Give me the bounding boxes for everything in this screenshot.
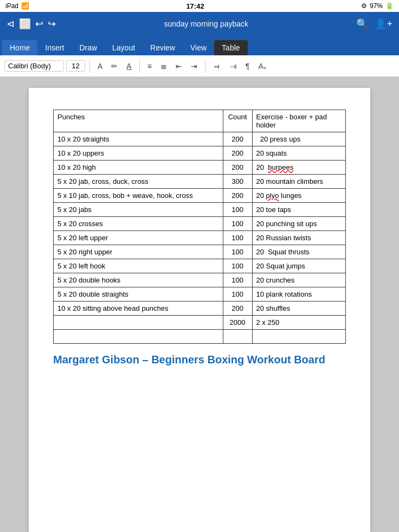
cell-count: 100 [223, 203, 252, 217]
cell-exercise: 20 plyo lunges [252, 189, 345, 203]
table-row: 10 x 20 high 200 20 burpees [54, 161, 346, 175]
tab-draw[interactable]: Draw [72, 40, 105, 55]
table-row-empty [54, 330, 346, 344]
cell-count: 200 [223, 132, 252, 146]
highlight-btn[interactable]: ✏ [108, 60, 121, 73]
cell-punches: 10 x 20 uppers [54, 146, 223, 161]
font-color-btn[interactable]: A [94, 60, 106, 73]
header-punches: Punches [54, 110, 223, 132]
table-row: 5 x 20 left upper 100 20 Russian twists [54, 231, 346, 245]
header-count: Count [223, 110, 252, 132]
cell-punches: 5 x 20 double straights [54, 287, 223, 302]
cell-punches: 5 x 10 jab, cross, bob + weave, hook, cr… [54, 189, 223, 203]
document-title: Margaret Gibson – Beginners Boxing Worko… [53, 354, 346, 366]
cell-exercise: 20 shuffles [252, 302, 345, 316]
bluetooth-icon: ⚙ [361, 2, 367, 10]
table-row: 5 x 20 crosses 100 20 punching sit ups [54, 217, 346, 231]
cell-exercise-empty [252, 330, 345, 344]
doc-title-bar: sunday morning payback [164, 20, 248, 28]
toolbar-separator-2 [139, 60, 140, 73]
wifi-icon: 📶 [21, 2, 29, 10]
font-name-input[interactable] [4, 60, 64, 72]
cell-punches: 5 x 20 left upper [54, 231, 223, 245]
align-right-btn[interactable]: ⫣ [226, 60, 240, 73]
cell-punches: 10 x 20 sitting above head punches [54, 302, 223, 316]
paragraph-btn[interactable]: ¶ [242, 60, 253, 73]
cell-exercise: 20 squats [252, 146, 345, 161]
table-row: 5 x 20 double straights 100 10 plank rot… [54, 287, 346, 302]
status-time: 17:42 [186, 2, 204, 10]
redo-icon[interactable]: ↪ [48, 18, 56, 30]
indent-btn[interactable]: ⇥ [188, 60, 201, 73]
cell-exercise: 20 punching sit ups [252, 217, 345, 231]
font-size-input[interactable] [66, 60, 85, 72]
title-bar: ⊲ ⬜ ↩ ↪ sunday morning payback 🔍 👤+ [0, 12, 399, 36]
status-right: ⚙ 97% 🔋 [361, 2, 394, 10]
tab-table[interactable]: Table [214, 40, 247, 55]
cell-count: 100 [223, 245, 252, 259]
cell-punches: 5 x 20 right upper [54, 245, 223, 259]
font-color-underline-btn[interactable]: A [123, 60, 134, 73]
cell-count: 100 [223, 231, 252, 245]
cell-punches-empty [54, 330, 223, 344]
table-row: 10 x 20 straights 200 20 press ups [54, 132, 346, 146]
cell-count: 100 [223, 273, 252, 287]
spell-check-word: plyo [266, 191, 279, 200]
back-icon[interactable]: ⊲ [7, 18, 15, 30]
cell-punches: 5 x 20 crosses [54, 217, 223, 231]
numbered-list-btn[interactable]: ≣ [157, 60, 170, 73]
cell-count: 100 [223, 259, 252, 273]
table-row: 5 x 20 jab, cross, duck, cross 300 20 mo… [54, 175, 346, 189]
battery-icon: 🔋 [385, 2, 394, 10]
file-icon[interactable]: ⬜ [19, 18, 31, 30]
search-icon[interactable]: 🔍 [356, 18, 368, 30]
header-exercise: Exercise - boxer + pad holder [252, 110, 345, 132]
title-bar-actions: 🔍 👤+ [356, 18, 392, 30]
bullet-list-btn[interactable]: ≡ [144, 60, 155, 73]
cell-exercise: 20 press ups [252, 132, 345, 146]
table-row: 5 x 10 jab, cross, bob + weave, hook, cr… [54, 189, 346, 203]
status-bar: iPad 📶 17:42 ⚙ 97% 🔋 [0, 0, 399, 12]
tab-layout[interactable]: Layout [105, 40, 143, 55]
tab-view[interactable]: View [183, 40, 214, 55]
device-label: iPad [5, 2, 18, 10]
tab-home[interactable]: Home [2, 40, 37, 55]
table-row: 2000 2 x 250 [54, 316, 346, 330]
tab-insert[interactable]: Insert [37, 40, 72, 55]
add-user-icon[interactable]: 👤+ [375, 18, 392, 30]
cell-exercise: 20 toe taps [252, 203, 345, 217]
outdent-btn[interactable]: ⇤ [172, 60, 185, 73]
table-row: 10 x 20 uppers 200 20 squats [54, 146, 346, 161]
cell-exercise: 20 burpees [252, 161, 345, 175]
cell-exercise: 20 Russian twists [252, 231, 345, 245]
spell-check-word: burpees [268, 163, 293, 171]
doc-area: Punches Count Exercise - boxer + pad hol… [0, 77, 399, 532]
cell-punches: 5 x 20 double hooks [54, 273, 223, 287]
toolbar-separator-3 [205, 60, 205, 73]
cell-count: 200 [223, 161, 252, 175]
cell-punches: 5 x 20 jab, cross, duck, cross [54, 175, 223, 189]
cell-punches: 10 x 20 high [54, 161, 223, 175]
status-left: iPad 📶 [5, 2, 29, 10]
cell-punches: 10 x 20 straights [54, 132, 223, 146]
cell-exercise: 20 mountain climbers [252, 175, 345, 189]
cell-count: 2000 [223, 316, 252, 330]
style-btn[interactable]: Aᵥ [255, 60, 269, 73]
tab-review[interactable]: Review [143, 40, 183, 55]
cell-count: 200 [223, 189, 252, 203]
undo-icon[interactable]: ↩ [35, 18, 43, 30]
cell-count: 300 [223, 175, 252, 189]
cell-count: 200 [223, 146, 252, 161]
ribbon-tabs: Home Insert Draw Layout Review View Tabl… [0, 36, 399, 55]
cell-punches: 5 x 20 jabs [54, 203, 223, 217]
cell-count: 100 [223, 287, 252, 302]
cell-count: 200 [223, 302, 252, 316]
align-left-btn[interactable]: ⫤ [210, 60, 224, 73]
table-row: 5 x 20 right upper 100 20 Squat thrusts [54, 245, 346, 259]
cell-exercise: 20 Squat thrusts [252, 245, 345, 259]
cell-count: 100 [223, 217, 252, 231]
cell-exercise: 20 Squat jumps [252, 259, 345, 273]
cell-count-empty [223, 330, 252, 344]
battery-label: 97% [370, 2, 383, 10]
table-header-row: Punches Count Exercise - boxer + pad hol… [54, 110, 346, 132]
